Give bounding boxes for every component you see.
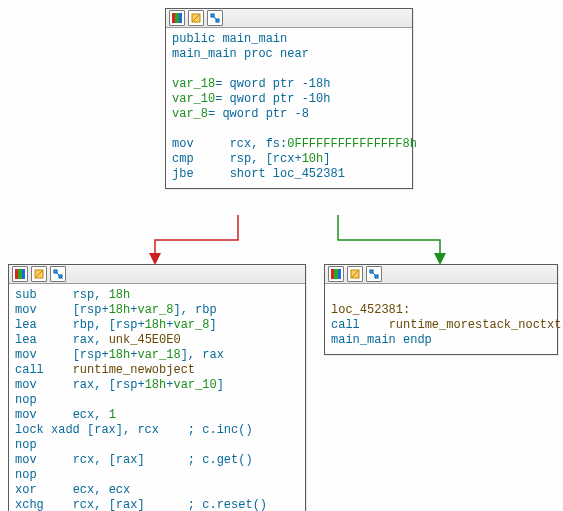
- graph-icon[interactable]: [366, 266, 382, 282]
- svg-rect-10: [54, 270, 57, 273]
- block-code: loc_452381: call runtime_morestack_noctx…: [325, 284, 557, 354]
- color-icon[interactable]: [169, 10, 185, 26]
- svg-rect-14: [338, 269, 341, 279]
- svg-rect-4: [211, 14, 214, 17]
- block-code: sub rsp, 18h mov [rsp+18h+var_8], rbp le…: [9, 284, 305, 511]
- graph-icon[interactable]: [50, 266, 66, 282]
- svg-rect-6: [15, 269, 18, 279]
- edit-icon[interactable]: [188, 10, 204, 26]
- color-icon[interactable]: [12, 266, 28, 282]
- block-body[interactable]: sub rsp, 18h mov [rsp+18h+var_8], rbp le…: [8, 264, 306, 511]
- block-titlebar: [166, 9, 412, 28]
- svg-rect-1: [175, 13, 179, 23]
- block-titlebar: [9, 265, 305, 284]
- edit-icon[interactable]: [347, 266, 363, 282]
- block-titlebar: [325, 265, 557, 284]
- svg-rect-8: [22, 269, 25, 279]
- svg-rect-11: [59, 275, 62, 278]
- block-entry[interactable]: public main_main main_main proc near var…: [165, 8, 413, 189]
- svg-rect-2: [179, 13, 182, 23]
- block-morestack[interactable]: loc_452381: call runtime_morestack_noctx…: [324, 264, 558, 355]
- color-icon[interactable]: [328, 266, 344, 282]
- graph-icon[interactable]: [207, 10, 223, 26]
- block-code: public main_main main_main proc near var…: [166, 28, 412, 188]
- svg-rect-12: [331, 269, 334, 279]
- svg-rect-17: [375, 275, 378, 278]
- edit-icon[interactable]: [31, 266, 47, 282]
- svg-rect-5: [216, 19, 219, 22]
- svg-rect-7: [18, 269, 22, 279]
- svg-rect-13: [334, 269, 338, 279]
- svg-rect-16: [370, 270, 373, 273]
- svg-rect-0: [172, 13, 175, 23]
